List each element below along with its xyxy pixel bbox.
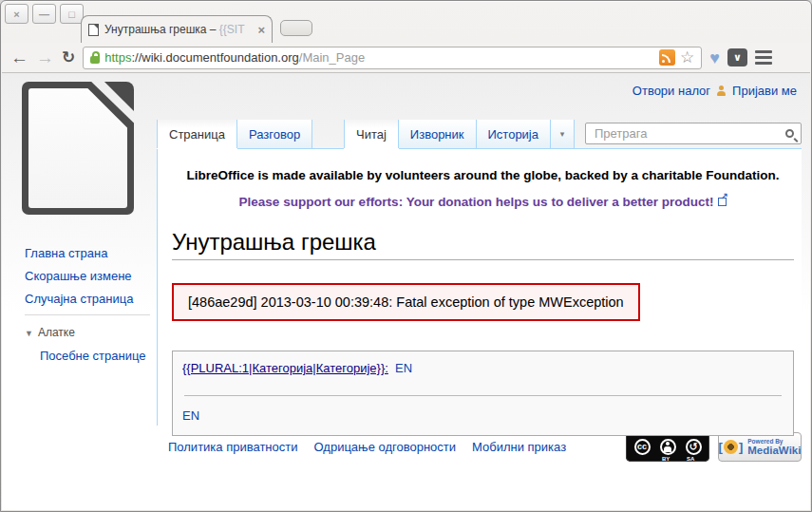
categories-label-link[interactable]: {{PLURAL:1|Категорија|Категорије}}: xyxy=(182,361,388,375)
window-minimize-icon[interactable]: — xyxy=(32,4,56,24)
browser-window: × — □ Унутрашња грешка – {{SIT × ← → ↻ h… xyxy=(0,0,812,512)
mobile-view-link[interactable]: Мобилни приказ xyxy=(472,440,566,454)
cc-by-person-icon xyxy=(660,439,676,455)
sidebar-item-main-page[interactable]: Главна страна xyxy=(25,246,150,260)
login-link[interactable]: Пријави ме xyxy=(732,84,797,98)
footer-badges: cc ↺ BY SA [] Powered By MediaWiki xyxy=(626,432,802,462)
tab-page[interactable]: Страница xyxy=(157,120,237,148)
sidebar-tools-section[interactable]: ▼Алатке Посебне странице xyxy=(25,314,150,363)
sidebar-item-special-pages[interactable]: Посебне странице xyxy=(40,349,150,363)
page-viewport: Отвори налог Пријави ме Главна страна Ск… xyxy=(2,73,810,510)
error-box: [486ae29d] 2013-03-10 00:39:48: Fatal ex… xyxy=(172,283,640,321)
window-controls: × — □ xyxy=(5,4,84,24)
category-links-box: {{PLURAL:1|Категорија|Категорије}}: EN E… xyxy=(172,351,794,436)
wiki-header: Страница Разговор Читај Изворник Историј… xyxy=(157,120,802,148)
mediawiki-badge[interactable]: [] Powered By MediaWiki xyxy=(718,432,802,462)
wiki-content: LibreOffice is made available by volunte… xyxy=(157,148,802,426)
cc-by-label: BY xyxy=(662,456,670,462)
tab-read[interactable]: Читај xyxy=(344,120,399,148)
sitenotice-line2[interactable]: Please support our efforts: Your donatio… xyxy=(172,195,794,209)
back-icon[interactable]: ← xyxy=(10,48,28,66)
sitenotice-line1: LibreOffice is made available by volunte… xyxy=(172,168,794,182)
page-title: Унутрашња грешка xyxy=(172,229,794,260)
cc-sa-icon: ↺ xyxy=(686,439,702,455)
mediawiki-flower-icon: [] xyxy=(719,440,744,454)
tools-label: Алатке xyxy=(38,326,75,339)
window-close-icon[interactable]: × xyxy=(5,4,28,24)
create-account-link[interactable]: Отвори налог xyxy=(633,84,710,98)
cc-icon: cc xyxy=(634,439,651,455)
category-divider xyxy=(184,395,782,396)
browser-toolbar: ← → ↻ https://wiki.documentfoundation.or… xyxy=(2,43,810,73)
search-icon[interactable] xyxy=(785,129,794,138)
forward-icon: → xyxy=(36,48,54,66)
libreoffice-logo[interactable] xyxy=(22,82,134,215)
tab-view-source[interactable]: Изворник xyxy=(399,120,477,148)
browser-tab-title: Унутрашња грешка – {{SIT xyxy=(104,23,252,36)
user-icon xyxy=(716,85,727,96)
sidebar-item-random-page[interactable]: Случајна страница xyxy=(25,292,150,306)
category-row-2: EN xyxy=(182,408,784,423)
menu-icon[interactable] xyxy=(755,48,772,66)
screen: × — □ Унутрашња грешка – {{SIT × ← → ↻ h… xyxy=(0,0,812,512)
category-en-link-2[interactable]: EN xyxy=(182,408,199,423)
cc-by-sa-badge[interactable]: cc ↺ BY SA xyxy=(626,432,709,462)
disclaimers-link[interactable]: Одрицање одговорности xyxy=(313,440,456,454)
reload-icon[interactable]: ↻ xyxy=(62,47,75,67)
page-favicon-icon xyxy=(88,24,99,36)
collapse-arrow-icon: ▼ xyxy=(25,329,33,338)
padlock-icon xyxy=(90,56,100,64)
tab-discussion[interactable]: Разговор xyxy=(237,120,312,148)
more-actions-dropdown[interactable]: ▾ xyxy=(551,120,575,148)
sidebar: Главна страна Скорашње измене Случајна с… xyxy=(25,246,150,371)
external-link-icon: ↗ xyxy=(718,198,727,206)
new-tab-button[interactable] xyxy=(280,20,312,36)
pocket-extension-icon[interactable]: ∨ xyxy=(727,48,747,66)
category-en-link[interactable]: EN xyxy=(395,361,412,375)
browser-tab[interactable]: Унутрашња грешка – {{SIT × xyxy=(81,15,273,43)
search-input[interactable] xyxy=(593,125,785,142)
heart-clip-extension-icon[interactable]: ♥ xyxy=(709,49,720,66)
chevron-down-icon: ▾ xyxy=(560,129,565,139)
tab-close-icon[interactable]: × xyxy=(257,24,265,36)
sidebar-item-recent-changes[interactable]: Скорашње измене xyxy=(25,269,150,283)
personal-bar: Отвори налог Пријави ме xyxy=(633,84,797,98)
rss-icon[interactable] xyxy=(659,49,675,66)
mediawiki-label: MediaWiki xyxy=(747,445,801,457)
privacy-policy-link[interactable]: Политика приватности xyxy=(168,440,297,454)
cc-sa-label: SA xyxy=(687,456,694,462)
address-bar[interactable]: https://wiki.documentfoundation.org/Main… xyxy=(83,47,702,69)
search-box xyxy=(585,123,802,144)
category-row: {{PLURAL:1|Категорија|Категорије}}: EN xyxy=(182,361,784,375)
bookmark-star-icon[interactable]: ☆ xyxy=(680,49,694,66)
tab-history[interactable]: Историја xyxy=(477,120,552,148)
powered-by-label: Powered By xyxy=(747,438,801,445)
url-text: https://wiki.documentfoundation.org/Main… xyxy=(104,50,654,65)
wiki-footer: Политика приватности Одрицање одговорнос… xyxy=(157,432,802,474)
